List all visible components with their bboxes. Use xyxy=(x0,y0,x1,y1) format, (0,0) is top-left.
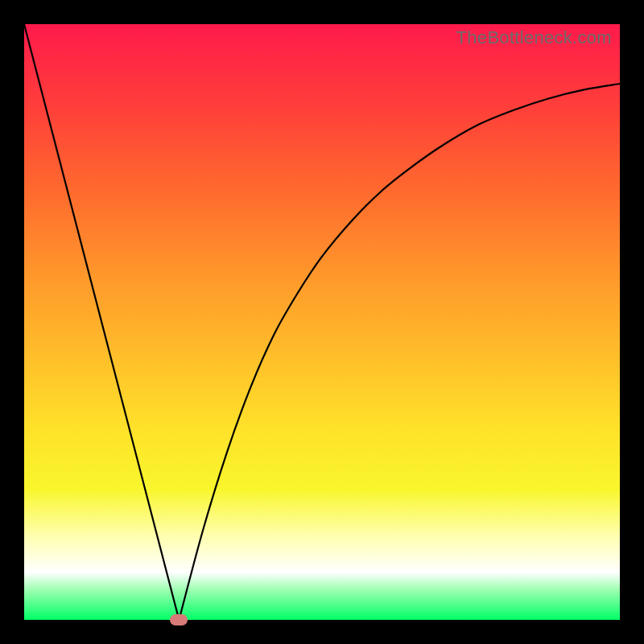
optimal-marker xyxy=(170,614,188,625)
curve-path xyxy=(24,24,620,620)
chart-frame: TheBottleneck.com xyxy=(0,0,644,644)
bottleneck-curve xyxy=(24,24,620,620)
plot-area: TheBottleneck.com xyxy=(24,24,620,620)
